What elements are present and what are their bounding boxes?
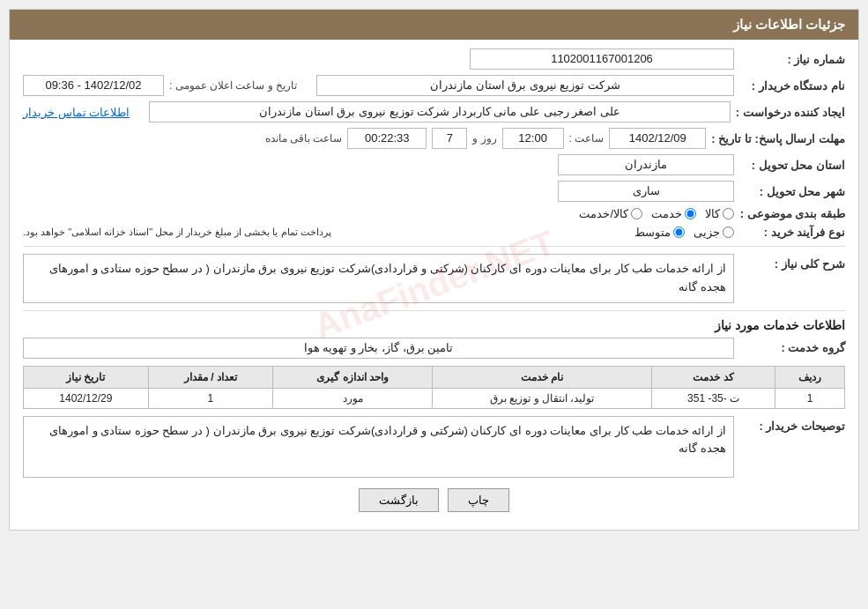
- cell-code: ت -35- 351: [652, 388, 775, 408]
- buyer-notes-value: از ارائه خدمات طب کار برای معاینات دوره …: [23, 416, 734, 478]
- needs-table-container: ردیف کد خدمت نام خدمت واحد اندازه گیری ت…: [23, 366, 845, 409]
- table-row: 1ت -35- 351تولید، انتقال و توزیع برقمورد…: [24, 388, 845, 408]
- col-unit: واحد اندازه گیری: [273, 366, 433, 388]
- description-label: شرح کلی نیاز :: [739, 254, 845, 271]
- reply-time-value: 12:00: [502, 128, 564, 149]
- print-button[interactable]: چاپ: [448, 488, 509, 512]
- col-quantity: تعداد / مقدار: [148, 366, 273, 388]
- category-radio-kala-khedmat[interactable]: کالا/خدمت: [579, 207, 642, 220]
- col-name: نام خدمت: [433, 366, 652, 388]
- cell-quantity: 1: [148, 388, 273, 408]
- category-radio-group: کالا خدمت کالا/خدمت: [579, 207, 734, 220]
- province-value: مازندران: [558, 154, 734, 175]
- days-label: روز و: [472, 132, 496, 145]
- creator-value: علی اصغر رجبی علی مانی کاربردار شرکت توز…: [149, 101, 731, 123]
- services-section-title: اطلاعات خدمات مورد نیاز: [23, 318, 845, 332]
- buyer-org-label: نام دستگاه خریدار :: [739, 79, 845, 93]
- reply-date-value: 1402/12/09: [609, 128, 706, 149]
- needs-table: ردیف کد خدمت نام خدمت واحد اندازه گیری ت…: [23, 366, 845, 409]
- page-title: جزئیات اطلاعات نیاز: [10, 10, 858, 40]
- announce-date-label: تاریخ و ساعت اعلان عمومی :: [169, 79, 297, 92]
- buyer-notes-label: توصیحات خریدار :: [739, 416, 845, 433]
- category-radio-kala-khedmat-input[interactable]: [631, 208, 642, 219]
- category-radio-kala-input[interactable]: [723, 208, 734, 219]
- service-group-value: تامین برق، گاز، بخار و تهویه هوا: [23, 338, 734, 359]
- city-value: ساری: [558, 181, 734, 202]
- category-label: طبقه بندی موضوعی :: [739, 207, 845, 220]
- button-row: چاپ بازگشت: [23, 488, 845, 521]
- purchase-type-label: نوع فرآیند خرید :: [739, 226, 845, 239]
- purchase-radio-jozi-input[interactable]: [723, 227, 734, 238]
- announce-date-value: 1402/12/02 - 09:36: [23, 75, 164, 96]
- reply-time-label: ساعت :: [569, 132, 605, 145]
- reply-deadline-label: مهلت ارسال پاسخ: تا تاریخ :: [711, 132, 845, 145]
- cell-row: 1: [775, 388, 844, 408]
- province-label: استان محل تحویل :: [739, 159, 845, 172]
- cell-unit: مورد: [273, 388, 433, 408]
- category-radio-khedmat-input[interactable]: [685, 208, 696, 219]
- purchase-note: پرداخت تمام یا بخشی از مبلغ خریدار از مح…: [23, 227, 331, 238]
- remaining-label: ساعت باقی مانده: [265, 132, 343, 145]
- category-radio-kala[interactable]: کالا: [705, 207, 734, 220]
- purchase-radio-jozi[interactable]: جزیی: [694, 226, 734, 239]
- buyer-notes-row: توصیحات خریدار : از ارائه خدمات طب کار ب…: [23, 416, 845, 478]
- purchase-radio-motes-input[interactable]: [673, 227, 685, 238]
- need-number-value: 1102001167001206: [470, 48, 734, 70]
- purchase-jozi-label: جزیی: [694, 226, 720, 239]
- service-group-label: گروه خدمت :: [739, 341, 845, 354]
- contact-link[interactable]: اطلاعات تماس خریدار: [23, 106, 130, 119]
- category-kala-khedmat-label: کالا/خدمت: [579, 207, 628, 220]
- purchase-type-group: جزیی متوسط: [634, 226, 734, 239]
- buyer-org-value: شرکت توزیع نیروی برق استان مازندران: [316, 75, 734, 96]
- cell-name: تولید، انتقال و توزیع برق: [433, 388, 652, 408]
- col-code: کد خدمت: [652, 366, 775, 388]
- col-row: ردیف: [775, 366, 844, 388]
- category-khedmat-label: خدمت: [651, 207, 682, 220]
- col-date: تاریخ نیاز: [24, 366, 149, 388]
- category-kala-label: کالا: [705, 207, 720, 220]
- description-value: از ارائه خدمات طب کار برای معاینات دوره …: [23, 254, 734, 303]
- category-radio-khedmat[interactable]: خدمت: [651, 207, 696, 220]
- purchase-motes-label: متوسط: [634, 226, 671, 239]
- days-value: 7: [432, 128, 467, 149]
- purchase-radio-motes[interactable]: متوسط: [634, 226, 685, 239]
- cell-date: 1402/12/29: [24, 388, 149, 408]
- remaining-value: 00:22:33: [347, 128, 427, 149]
- city-label: شهر محل تحویل :: [739, 185, 845, 198]
- back-button[interactable]: بازگشت: [359, 488, 439, 512]
- need-number-label: شماره نیاز :: [739, 53, 845, 66]
- creator-label: ایجاد کننده درخواست :: [736, 106, 845, 119]
